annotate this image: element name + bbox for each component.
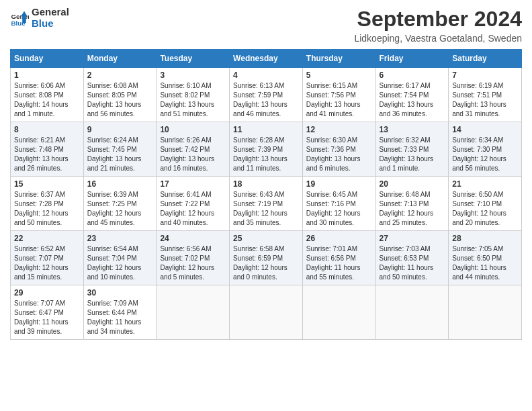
calendar-cell	[375, 285, 449, 340]
calendar-cell: 17Sunrise: 6:41 AMSunset: 7:22 PMDayligh…	[157, 177, 230, 231]
weekday-header-row: SundayMondayTuesdayWednesdayThursdayFrid…	[11, 50, 522, 68]
calendar-cell: 6Sunrise: 6:17 AMSunset: 7:54 PMDaylight…	[375, 68, 449, 122]
calendar-cell: 29Sunrise: 7:07 AMSunset: 6:47 PMDayligh…	[11, 285, 84, 340]
day-number: 3	[160, 71, 226, 80]
weekday-header-tuesday: Tuesday	[157, 50, 230, 68]
day-number: 4	[233, 71, 299, 80]
day-info: Sunrise: 6:50 AMSunset: 7:10 PMDaylight:…	[452, 190, 518, 228]
weekday-header-friday: Friday	[375, 50, 449, 68]
calendar-cell: 28Sunrise: 7:05 AMSunset: 6:50 PMDayligh…	[449, 231, 522, 285]
day-number: 26	[306, 234, 372, 243]
calendar-cell: 9Sunrise: 6:24 AMSunset: 7:45 PMDaylight…	[83, 122, 157, 177]
calendar-cell: 13Sunrise: 6:32 AMSunset: 7:33 PMDayligh…	[375, 122, 449, 177]
day-number: 10	[160, 125, 226, 134]
title-block: September 2024 Lidkoeping, Vaestra Goeta…	[354, 7, 522, 44]
day-info: Sunrise: 6:06 AMSunset: 8:08 PMDaylight:…	[14, 81, 80, 119]
day-info: Sunrise: 6:52 AMSunset: 7:07 PMDaylight:…	[14, 244, 80, 282]
calendar-cell: 15Sunrise: 6:37 AMSunset: 7:28 PMDayligh…	[11, 177, 84, 231]
day-info: Sunrise: 6:10 AMSunset: 8:02 PMDaylight:…	[160, 81, 226, 119]
location: Lidkoeping, Vaestra Goetaland, Sweden	[354, 33, 522, 44]
calendar-cell	[157, 285, 230, 340]
day-info: Sunrise: 6:54 AMSunset: 7:04 PMDaylight:…	[87, 244, 153, 282]
day-info: Sunrise: 6:24 AMSunset: 7:45 PMDaylight:…	[87, 136, 153, 173]
calendar-cell: 30Sunrise: 7:09 AMSunset: 6:44 PMDayligh…	[83, 285, 157, 340]
day-number: 11	[233, 125, 299, 134]
calendar-cell: 4Sunrise: 6:13 AMSunset: 7:59 PMDaylight…	[230, 68, 303, 122]
day-info: Sunrise: 6:15 AMSunset: 7:56 PMDaylight:…	[306, 81, 372, 119]
calendar-cell: 12Sunrise: 6:30 AMSunset: 7:36 PMDayligh…	[302, 122, 375, 177]
calendar-cell: 16Sunrise: 6:39 AMSunset: 7:25 PMDayligh…	[83, 177, 157, 231]
day-number: 17	[160, 179, 226, 189]
day-info: Sunrise: 6:34 AMSunset: 7:30 PMDaylight:…	[452, 136, 518, 173]
calendar-cell: 19Sunrise: 6:45 AMSunset: 7:16 PMDayligh…	[302, 177, 375, 231]
day-info: Sunrise: 6:45 AMSunset: 7:16 PMDaylight:…	[306, 190, 372, 228]
day-number: 1	[14, 71, 80, 80]
day-info: Sunrise: 6:19 AMSunset: 7:51 PMDaylight:…	[452, 81, 518, 119]
day-number: 6	[380, 71, 445, 80]
day-number: 27	[380, 234, 445, 243]
weekday-header-thursday: Thursday	[302, 50, 375, 68]
day-info: Sunrise: 7:03 AMSunset: 6:53 PMDaylight:…	[380, 244, 445, 282]
day-number: 29	[14, 288, 80, 298]
calendar-cell: 7Sunrise: 6:19 AMSunset: 7:51 PMDaylight…	[449, 68, 522, 122]
day-number: 9	[87, 125, 153, 134]
calendar-cell: 18Sunrise: 6:43 AMSunset: 7:19 PMDayligh…	[230, 177, 303, 231]
weekday-header-wednesday: Wednesday	[230, 50, 303, 68]
page-header: General Blue General Blue September 2024…	[10, 7, 522, 44]
weekday-header-saturday: Saturday	[449, 50, 522, 68]
calendar-cell: 22Sunrise: 6:52 AMSunset: 7:07 PMDayligh…	[11, 231, 84, 285]
day-info: Sunrise: 6:48 AMSunset: 7:13 PMDaylight:…	[380, 190, 445, 228]
day-number: 18	[233, 179, 299, 189]
calendar-cell	[449, 285, 522, 340]
day-number: 22	[14, 234, 80, 243]
day-number: 20	[380, 179, 445, 189]
day-info: Sunrise: 7:01 AMSunset: 6:56 PMDaylight:…	[306, 244, 372, 282]
day-number: 8	[14, 125, 80, 134]
calendar-cell: 10Sunrise: 6:26 AMSunset: 7:42 PMDayligh…	[157, 122, 230, 177]
day-info: Sunrise: 6:56 AMSunset: 7:02 PMDaylight:…	[160, 244, 226, 282]
calendar-cell	[302, 285, 375, 340]
day-number: 16	[87, 179, 153, 189]
day-number: 24	[160, 234, 226, 243]
calendar-cell: 26Sunrise: 7:01 AMSunset: 6:56 PMDayligh…	[302, 231, 375, 285]
day-number: 2	[87, 71, 153, 80]
day-info: Sunrise: 6:21 AMSunset: 7:48 PMDaylight:…	[14, 136, 80, 173]
calendar-table: SundayMondayTuesdayWednesdayThursdayFrid…	[10, 49, 522, 340]
month-title: September 2024	[354, 7, 522, 32]
week-row-5: 29Sunrise: 7:07 AMSunset: 6:47 PMDayligh…	[11, 285, 522, 340]
day-info: Sunrise: 7:07 AMSunset: 6:47 PMDaylight:…	[14, 299, 80, 336]
calendar-cell: 1Sunrise: 6:06 AMSunset: 8:08 PMDaylight…	[11, 68, 84, 122]
weekday-header-monday: Monday	[83, 50, 157, 68]
day-info: Sunrise: 6:43 AMSunset: 7:19 PMDaylight:…	[233, 190, 299, 228]
day-number: 28	[452, 234, 518, 243]
day-number: 25	[233, 234, 299, 243]
calendar-cell: 25Sunrise: 6:58 AMSunset: 6:59 PMDayligh…	[230, 231, 303, 285]
day-info: Sunrise: 6:37 AMSunset: 7:28 PMDaylight:…	[14, 190, 80, 228]
day-info: Sunrise: 6:39 AMSunset: 7:25 PMDaylight:…	[87, 190, 153, 228]
day-number: 13	[380, 125, 445, 134]
day-info: Sunrise: 7:05 AMSunset: 6:50 PMDaylight:…	[452, 244, 518, 282]
day-info: Sunrise: 6:30 AMSunset: 7:36 PMDaylight:…	[306, 136, 372, 173]
day-info: Sunrise: 6:58 AMSunset: 6:59 PMDaylight:…	[233, 244, 299, 282]
day-number: 15	[14, 179, 80, 189]
week-row-3: 15Sunrise: 6:37 AMSunset: 7:28 PMDayligh…	[11, 177, 522, 231]
day-info: Sunrise: 6:28 AMSunset: 7:39 PMDaylight:…	[233, 136, 299, 173]
day-number: 12	[306, 125, 372, 134]
calendar-cell: 14Sunrise: 6:34 AMSunset: 7:30 PMDayligh…	[449, 122, 522, 177]
week-row-2: 8Sunrise: 6:21 AMSunset: 7:48 PMDaylight…	[11, 122, 522, 177]
calendar-cell: 3Sunrise: 6:10 AMSunset: 8:02 PMDaylight…	[157, 68, 230, 122]
calendar-cell: 23Sunrise: 6:54 AMSunset: 7:04 PMDayligh…	[83, 231, 157, 285]
calendar-cell: 24Sunrise: 6:56 AMSunset: 7:02 PMDayligh…	[157, 231, 230, 285]
week-row-4: 22Sunrise: 6:52 AMSunset: 7:07 PMDayligh…	[11, 231, 522, 285]
day-info: Sunrise: 6:17 AMSunset: 7:54 PMDaylight:…	[380, 81, 445, 119]
logo: General Blue General Blue	[10, 7, 69, 29]
day-info: Sunrise: 6:08 AMSunset: 8:05 PMDaylight:…	[87, 81, 153, 119]
day-number: 30	[87, 288, 153, 298]
calendar-cell	[230, 285, 303, 340]
calendar-cell: 20Sunrise: 6:48 AMSunset: 7:13 PMDayligh…	[375, 177, 449, 231]
logo-icon: General Blue	[10, 9, 29, 28]
day-number: 7	[452, 71, 518, 80]
day-info: Sunrise: 6:41 AMSunset: 7:22 PMDaylight:…	[160, 190, 226, 228]
calendar-cell: 27Sunrise: 7:03 AMSunset: 6:53 PMDayligh…	[375, 231, 449, 285]
week-row-1: 1Sunrise: 6:06 AMSunset: 8:08 PMDaylight…	[11, 68, 522, 122]
